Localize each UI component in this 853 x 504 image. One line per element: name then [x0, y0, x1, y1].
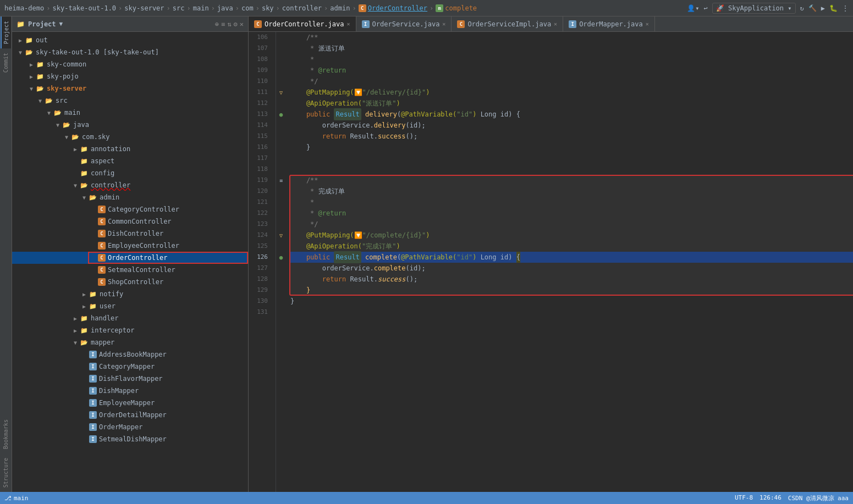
interface-icon-orderdetail: I [89, 411, 97, 419]
tree-item-controller[interactable]: ▼ 📂 controller [12, 179, 248, 191]
tree-item-category-ctrl[interactable]: C CategoryController [12, 203, 248, 215]
run-icon[interactable]: ▶ [821, 4, 825, 12]
code-editor: 106 107 108 109 110 111 112 113 114 115 … [249, 32, 853, 492]
tree-label-sky-takeout: sky-take-out-1.0 [sky-take-out] [36, 48, 159, 56]
tree-item-common-ctrl[interactable]: C CommonController [12, 215, 248, 228]
breadcrumb-admin[interactable]: admin [330, 4, 350, 12]
breadcrumb-sky-take-out[interactable]: sky-take-out-1.0 [52, 4, 116, 12]
tree-item-sky-pojo[interactable]: ▶ 📁 sky-pojo [12, 70, 248, 82]
sky-application-dropdown[interactable]: 🚀 SkyApplication ▾ [712, 3, 796, 14]
breadcrumb-sky-server[interactable]: sky-server [124, 4, 164, 12]
tree-item-sky-takeout[interactable]: ▼ 📂 sky-take-out-1.0 [sky-take-out] [12, 46, 248, 58]
tree-item-order-mapper[interactable]: I OrderMapper [12, 421, 248, 433]
line-col-label: 126:46 [760, 494, 782, 502]
tree-item-com-sky[interactable]: ▼ 📂 com.sky [12, 131, 248, 143]
tree-item-main[interactable]: ▼ 📂 main [12, 107, 248, 119]
line-num-113: 113 [249, 109, 271, 120]
tab-order-mapper-label: OrderMapper.java [579, 20, 643, 28]
bookmarks-tab[interactable]: Bookmarks [1, 415, 10, 453]
tree-label-orderdetail-mapper: OrderDetailMapper [99, 411, 167, 419]
tab-close-order[interactable]: ✕ [347, 21, 350, 27]
tree-item-employee-mapper[interactable]: I EmployeeMapper [12, 397, 248, 409]
tree-item-annotation[interactable]: ▶ 📁 annotation [12, 143, 248, 155]
code-line-108: * [290, 54, 853, 65]
tree-item-out[interactable]: ▶ 📁 out [12, 34, 248, 46]
tree-label-interceptor: interceptor [91, 326, 134, 334]
back-icon[interactable]: ↩ [703, 4, 707, 12]
gutter-121 [276, 197, 286, 208]
code-line-112: @ApiOperation("派送订单") [290, 98, 853, 109]
settings-icon[interactable]: ⚙ [234, 20, 238, 28]
tree-item-admin[interactable]: ▼ 📂 admin [12, 191, 248, 203]
tab-order-service-impl[interactable]: C OrderServiceImpl.java ✕ [452, 16, 563, 31]
tree-item-interceptor[interactable]: ▶ 📁 interceptor [12, 324, 248, 336]
tree-item-addressbook-mapper[interactable]: I AddressBookMapper [12, 348, 248, 361]
code-content[interactable]: /** * 派送订单 * * @return */ [286, 32, 853, 492]
folder-icon-sky-pojo: 📁 [36, 73, 45, 80]
refresh-icon[interactable]: ↻ [800, 4, 804, 12]
breadcrumb-sky[interactable]: sky [262, 4, 274, 12]
more-icon[interactable]: ⋮ [842, 4, 849, 12]
tree-item-sky-common[interactable]: ▶ 📁 sky-common [12, 58, 248, 70]
tree-item-category-mapper[interactable]: I CategoryMapper [12, 361, 248, 373]
tab-order-service[interactable]: I OrderService.java ✕ [356, 16, 452, 31]
breadcrumb-complete[interactable]: complete [445, 4, 477, 12]
tree-item-handler[interactable]: ▶ 📁 handler [12, 312, 248, 324]
breadcrumb-src[interactable]: src [173, 4, 185, 12]
close-panel-icon[interactable]: ✕ [240, 20, 244, 28]
folder-icon-mapper: 📂 [80, 339, 89, 346]
tree-item-notify[interactable]: ▶ 📁 notify [12, 288, 248, 300]
gutter-125 [276, 241, 286, 252]
user-icon[interactable]: 👤▾ [687, 4, 699, 12]
panel-dropdown[interactable]: ▼ [59, 20, 63, 27]
tree-item-dish-ctrl[interactable]: C DishController [12, 228, 248, 240]
project-tab[interactable]: Project [1, 16, 11, 48]
tree-item-config[interactable]: 📁 config [12, 167, 248, 179]
expand-icon[interactable]: ⇅ [227, 20, 231, 28]
tree-item-dishflavor-mapper[interactable]: I DishFlavorMapper [12, 373, 248, 385]
breadcrumb-java[interactable]: java [217, 4, 233, 12]
collapse-all-icon[interactable]: ≡ [221, 20, 225, 28]
tree-label-employee-mapper: EmployeeMapper [99, 399, 155, 407]
breadcrumb-heima[interactable]: heima-demo [4, 4, 44, 12]
locate-icon[interactable]: ⊕ [215, 20, 219, 28]
gutter-109 [276, 65, 286, 76]
tab-order-mapper[interactable]: I OrderMapper.java ✕ [563, 16, 655, 31]
line-num-123: 123 [249, 219, 271, 230]
breadcrumb-main[interactable]: main [193, 4, 209, 12]
tree-item-sky-server[interactable]: ▼ 📂 sky-server [12, 82, 248, 95]
tree-item-setmeal-ctrl[interactable]: C SetmealController [12, 264, 248, 276]
breadcrumb-com[interactable]: com [241, 4, 254, 12]
debug-icon[interactable]: 🐛 [829, 4, 838, 12]
code-line-107: * 派送订单 [290, 43, 853, 54]
commit-tab[interactable]: Commit [1, 48, 10, 77]
line-num-114: 114 [249, 120, 271, 131]
interface-icon-category: I [89, 363, 97, 370]
breadcrumb-controller[interactable]: controller [282, 4, 322, 12]
tree-item-setmealdish-mapper[interactable]: I SetmealDishMapper [12, 433, 248, 445]
tree-item-employee-ctrl[interactable]: C EmployeeController [12, 240, 248, 252]
tree-item-dish-mapper[interactable]: I DishMapper [12, 385, 248, 397]
tree-item-mapper[interactable]: ▼ 📂 mapper [12, 336, 248, 348]
tab-close-impl[interactable]: ✕ [554, 21, 557, 27]
tree-item-user[interactable]: ▶ 📁 user [12, 300, 248, 312]
tree-item-src[interactable]: ▼ 📂 src [12, 95, 248, 107]
tree-label-com-sky: com.sky [82, 133, 110, 141]
line-num-131: 131 [249, 307, 271, 318]
structure-tab[interactable]: Structure [1, 453, 10, 492]
tree-item-java[interactable]: ▼ 📂 java [12, 119, 248, 131]
tree-label-category-mapper: CategoryMapper [99, 363, 155, 370]
breadcrumb-order-controller[interactable]: OrderController [368, 4, 427, 12]
gutter-106 [276, 32, 286, 43]
tree-item-aspect[interactable]: 📁 aspect [12, 155, 248, 167]
tab-close-service[interactable]: ✕ [442, 21, 445, 27]
tree-item-orderdetail-mapper[interactable]: I OrderDetailMapper [12, 409, 248, 421]
code-line-129: } [290, 285, 853, 296]
tree-item-shop-ctrl[interactable]: C ShopController [12, 276, 248, 288]
build-icon[interactable]: 🔨 [808, 4, 817, 12]
line-num-110: 110 [249, 76, 271, 87]
tab-order-controller[interactable]: C OrderController.java ✕ [249, 16, 356, 31]
tree-item-order-ctrl[interactable]: C OrderController [12, 252, 248, 264]
folder-icon-user: 📁 [89, 303, 98, 310]
tab-close-mapper[interactable]: ✕ [646, 21, 649, 27]
